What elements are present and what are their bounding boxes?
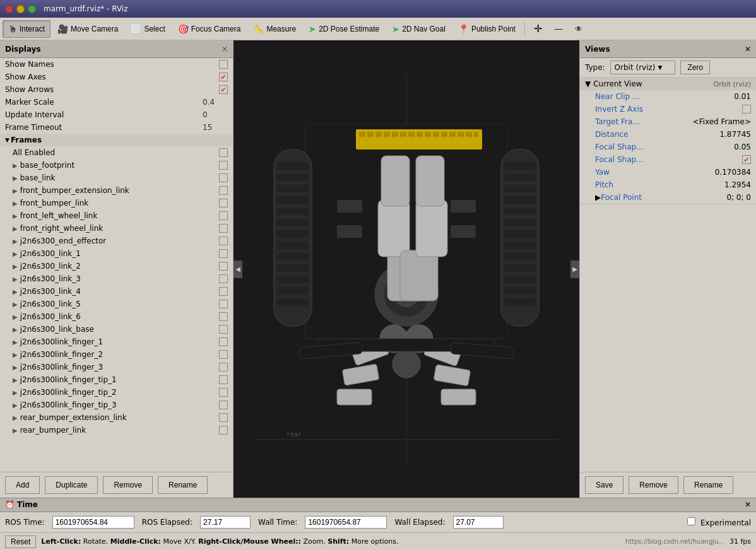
frame-checkbox[interactable] <box>219 274 228 283</box>
expand-arrow[interactable]: ▶ <box>13 313 18 320</box>
expand-arrow[interactable]: ▶ <box>13 351 18 358</box>
focal-point-expand[interactable]: ▶ <box>595 193 601 202</box>
expand-arrow[interactable]: ▶ <box>13 225 18 232</box>
remove-display-button[interactable]: Remove <box>103 476 153 494</box>
add-button[interactable]: Add <box>5 476 40 494</box>
expand-arrow[interactable]: ▶ <box>13 200 18 207</box>
expand-arrow[interactable]: ▶ <box>13 175 18 182</box>
frame-checkbox[interactable] <box>219 237 228 245</box>
viewport-left-arrow[interactable]: ◀ <box>233 260 242 278</box>
expand-arrow[interactable]: ▶ <box>13 276 18 283</box>
current-view-header[interactable]: ▼ Current View Orbit (rviz) <box>580 78 756 90</box>
svg-rect-55 <box>416 156 444 206</box>
expand-arrow[interactable]: ▶ <box>13 389 18 396</box>
views-type-label: Type: <box>585 63 605 72</box>
frame-checkbox[interactable] <box>219 211 228 220</box>
svg-rect-36 <box>504 185 536 192</box>
ros-elapsed-input[interactable] <box>200 516 251 529</box>
invert-z-checkbox[interactable] <box>742 105 751 114</box>
frame-checkbox[interactable] <box>219 350 228 359</box>
expand-arrow[interactable]: ▶ <box>13 364 18 371</box>
frame-checkbox[interactable] <box>219 161 228 170</box>
expand-arrow[interactable]: ▶ <box>13 263 18 270</box>
interact-button[interactable]: 🖱 Interact <box>3 20 50 38</box>
close-button[interactable] <box>5 5 13 13</box>
expand-arrow[interactable]: ▶ <box>13 238 18 245</box>
minimize-button[interactable] <box>16 5 25 13</box>
frame-checkbox[interactable] <box>219 388 228 397</box>
show-arrows-checkbox[interactable]: ✔ <box>219 85 228 94</box>
views-type-select[interactable]: Orbit (rviz) ▼ <box>610 61 676 74</box>
publish-point-icon: 📍 <box>458 24 469 34</box>
frame-checkbox[interactable] <box>219 300 228 308</box>
expand-arrow[interactable]: ▶ <box>13 402 18 409</box>
frame-checkbox[interactable] <box>219 249 228 258</box>
wall-time-input[interactable] <box>305 516 387 529</box>
frame-checkbox[interactable] <box>219 262 228 271</box>
expand-arrow[interactable]: ▶ <box>13 414 18 421</box>
frame-checkbox[interactable] <box>219 325 228 334</box>
frame-checkbox[interactable] <box>219 426 228 435</box>
frame-checkbox[interactable] <box>219 186 228 195</box>
viewport-right-arrow[interactable]: ▶ <box>570 260 579 278</box>
frame-checkbox[interactable] <box>219 287 228 296</box>
frame-checkbox[interactable] <box>219 413 228 422</box>
zero-button[interactable]: Zero <box>680 61 710 74</box>
save-view-button[interactable]: Save <box>585 476 623 494</box>
frame-checkbox[interactable] <box>219 312 228 321</box>
3d-viewport[interactable]: ◀ <box>233 40 579 498</box>
expand-arrow[interactable]: ▶ <box>13 187 18 194</box>
expand-arrow[interactable]: ▶ <box>13 377 18 383</box>
frame-checkbox[interactable] <box>219 337 228 346</box>
expand-arrow[interactable]: ▶ <box>13 288 18 295</box>
remove-view-button[interactable]: Remove <box>629 476 678 494</box>
expand-arrow[interactable]: ▶ <box>13 427 18 434</box>
focus-camera-button[interactable]: 🎯 Focus Camera <box>172 20 247 38</box>
time-close-button[interactable]: ✕ <box>745 500 751 509</box>
expand-arrow[interactable]: ▶ <box>13 250 18 257</box>
svg-rect-11 <box>416 132 423 137</box>
measure-button[interactable]: 📏 Measure <box>247 20 302 38</box>
eye-button[interactable]: 👁 <box>569 20 588 38</box>
svg-rect-54 <box>416 200 447 257</box>
frame-checkbox[interactable] <box>219 199 228 208</box>
crosshair-button[interactable]: ✛ <box>528 20 548 38</box>
expand-arrow[interactable]: ▶ <box>13 339 18 346</box>
select-button[interactable]: ⬜ Select <box>125 20 170 38</box>
ros-time-input[interactable] <box>52 516 134 529</box>
expand-arrow[interactable]: ▶ <box>13 301 18 308</box>
expand-arrow[interactable]: ▶ <box>13 326 18 333</box>
frame-checkbox[interactable] <box>219 224 228 233</box>
maximize-button[interactable] <box>28 5 36 13</box>
rename-view-button[interactable]: Rename <box>683 476 733 494</box>
expand-arrow[interactable]: ▶ <box>13 213 18 219</box>
frame-checkbox[interactable] <box>219 375 228 384</box>
view-row: Distance 1.87745 <box>580 128 756 141</box>
frame-label: front_left_wheel_link <box>20 211 219 220</box>
displays-close-button[interactable]: ✕ <box>221 45 228 54</box>
frame-checkbox[interactable] <box>219 173 228 182</box>
expand-arrow[interactable]: ▶ <box>13 162 18 169</box>
focal-shape2-checkbox[interactable]: ✔ <box>742 155 751 164</box>
rename-display-button[interactable]: Rename <box>158 476 208 494</box>
all-enabled-checkbox[interactable] <box>219 148 228 157</box>
wall-elapsed-input[interactable] <box>453 516 504 529</box>
list-item: ▶ j2n6s300_link_1 <box>0 247 233 260</box>
duplicate-button[interactable]: Duplicate <box>45 476 98 494</box>
experimental-checkbox[interactable] <box>687 517 695 525</box>
reset-button[interactable]: Reset <box>5 535 36 548</box>
show-axes-checkbox[interactable]: ✔ <box>219 73 228 81</box>
clock-icon: ⏰ <box>5 500 15 509</box>
pose-estimate-button[interactable]: ➤ 2D Pose Estimate <box>303 20 385 38</box>
publish-point-button[interactable]: 📍 Publish Point <box>452 20 521 38</box>
frame-checkbox[interactable] <box>219 363 228 372</box>
move-camera-button[interactable]: 🎥 Move Camera <box>52 20 124 38</box>
minus-button[interactable]: — <box>549 20 568 38</box>
svg-rect-53 <box>400 250 438 301</box>
displays-title: Displays <box>5 45 41 54</box>
frame-checkbox[interactable] <box>219 401 228 409</box>
show-names-checkbox[interactable] <box>219 60 228 69</box>
nav-goal-button[interactable]: ➤ 2D Nav Goal <box>386 20 451 38</box>
frames-section[interactable]: ▼ Frames <box>0 134 233 146</box>
views-close-button[interactable]: ✕ <box>745 45 751 54</box>
